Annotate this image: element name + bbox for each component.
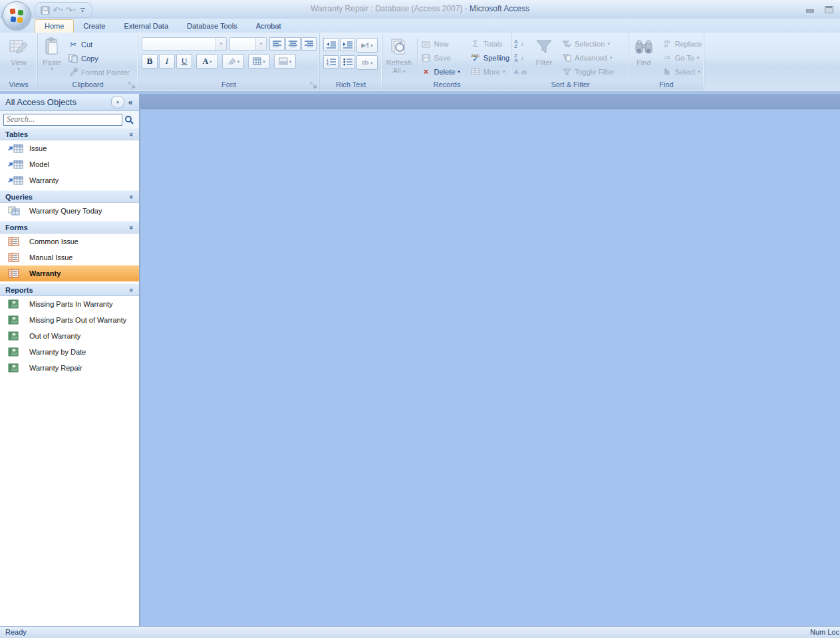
- selection-button[interactable]: Selection ▾: [559, 37, 617, 51]
- tab-database-tools[interactable]: Database Tools: [178, 19, 247, 33]
- clear-sorts-button[interactable]: A: [514, 65, 529, 79]
- sort-descending-button[interactable]: ZA↓: [514, 51, 529, 65]
- font-size-combobox[interactable]: ▾: [229, 37, 267, 51]
- totals-button[interactable]: Σ Totals: [468, 37, 511, 51]
- nav-item-out-of-warranty[interactable]: Out of Warranty: [0, 328, 139, 344]
- redo-button[interactable]: ↷▾: [65, 4, 76, 17]
- alternate-fill-button[interactable]: ▾: [274, 54, 296, 69]
- ribbon-group-views: View ▾ Views: [0, 33, 38, 90]
- more-button[interactable]: More ▾: [468, 65, 511, 79]
- nav-menu-caret-icon: ▾: [116, 100, 119, 105]
- report-icon: [8, 331, 24, 341]
- nav-group-header-tables[interactable]: Tables »: [0, 128, 139, 140]
- customize-qat-button[interactable]: ▾: [77, 4, 88, 17]
- tab-home[interactable]: Home: [35, 19, 74, 33]
- format-painter-button[interactable]: Format Painter: [66, 65, 132, 79]
- ribbon-group-sort-filter: AZ↓ ZA↓ A Filter Selection ▾: [512, 33, 629, 90]
- nav-item-manual-issue[interactable]: Manual Issue: [0, 249, 139, 265]
- workspace-top-band: [140, 94, 840, 110]
- numbered-list-button[interactable]: 123: [323, 55, 339, 69]
- nav-pane-header[interactable]: All Access Objects ▾ «: [0, 94, 139, 111]
- text-highlight-button[interactable]: abₗ▾: [356, 55, 378, 70]
- tab-create[interactable]: Create: [74, 19, 114, 33]
- sort-ascending-icon: AZ: [514, 39, 518, 49]
- shutter-bar-button[interactable]: «: [124, 96, 136, 108]
- report-icon: [8, 315, 24, 325]
- nav-item-common-issue[interactable]: Common Issue: [0, 234, 139, 249]
- nav-item-warranty-table[interactable]: Warranty: [0, 172, 139, 188]
- report-icon: [8, 299, 24, 309]
- replace-button[interactable]: ab⇄ Replace: [660, 37, 704, 51]
- nav-group-header-forms[interactable]: Forms »: [0, 221, 139, 234]
- decrease-indent-button[interactable]: [323, 38, 339, 51]
- font-color-icon: A: [202, 57, 208, 67]
- bold-button[interactable]: B: [142, 54, 158, 69]
- nav-item-model[interactable]: Model: [0, 156, 139, 172]
- save-record-icon: [421, 53, 432, 63]
- nav-item-warranty-query-today[interactable]: Warranty Query Today: [0, 203, 139, 219]
- form-icon: [8, 269, 24, 278]
- save-button[interactable]: [39, 4, 51, 17]
- totals-icon: Σ: [470, 39, 481, 49]
- quick-access-toolbar: ↶▾ ↷▾ ▾: [35, 2, 92, 18]
- clipboard-dialog-launcher-icon[interactable]: [128, 82, 136, 89]
- search-input[interactable]: [3, 114, 122, 126]
- tab-acrobat[interactable]: Acrobat: [247, 19, 291, 33]
- toggle-filter-button[interactable]: Toggle Filter: [559, 65, 617, 79]
- status-ready: Ready: [5, 627, 27, 638]
- group-label-records: Records: [382, 80, 511, 90]
- more-caret-icon: ▾: [503, 69, 505, 74]
- italic-button[interactable]: I: [159, 54, 175, 69]
- undo-button[interactable]: ↶▾: [52, 4, 64, 17]
- filter-button[interactable]: Filter: [529, 36, 559, 81]
- paste-icon: [44, 36, 60, 59]
- clear-sorts-icon: A: [514, 69, 519, 75]
- delete-record-button[interactable]: × Delete ▾: [419, 65, 468, 79]
- delete-icon: ×: [421, 67, 432, 77]
- font-color-button[interactable]: A▾: [196, 54, 218, 69]
- align-left-button[interactable]: [269, 37, 285, 51]
- nav-item-missing-parts-in-warranty[interactable]: Missing Parts In Warranty: [0, 296, 139, 312]
- increase-indent-button[interactable]: [340, 38, 355, 51]
- search-icon[interactable]: [122, 115, 136, 124]
- nav-group-header-reports[interactable]: Reports »: [0, 283, 139, 296]
- refresh-all-button[interactable]: Refresh All ▾: [382, 36, 416, 81]
- select-button[interactable]: Select ▾: [660, 65, 704, 79]
- group-label-rich-text: Rich Text: [320, 80, 382, 90]
- goto-button[interactable]: ⇒ Go To ▾: [660, 51, 704, 65]
- paste-button[interactable]: Paste ▾: [38, 36, 66, 79]
- table-icon: [8, 160, 24, 169]
- sort-ascending-button[interactable]: AZ↓: [514, 37, 529, 51]
- cut-button[interactable]: ✂ Cut: [66, 37, 132, 51]
- find-button[interactable]: Find: [630, 36, 657, 81]
- nav-item-missing-parts-out-of-warranty[interactable]: Missing Parts Out of Warranty: [0, 312, 139, 328]
- fill-color-button[interactable]: ▾: [222, 54, 244, 69]
- ribbon-group-rich-text: ▶¶▾ 123 abₗ▾ Rich Text: [320, 33, 382, 90]
- view-button[interactable]: View ▾: [2, 36, 35, 71]
- bullet-list-button[interactable]: [340, 55, 355, 69]
- left-to-right-button[interactable]: ▶¶▾: [356, 38, 378, 53]
- copy-button[interactable]: Copy: [66, 51, 132, 65]
- align-center-button[interactable]: [285, 37, 301, 51]
- nav-item-warranty-repair[interactable]: Warranty Repair: [0, 360, 139, 376]
- group-label-clipboard: Clipboard: [38, 80, 138, 90]
- spelling-button[interactable]: ABC✓ Spelling: [468, 51, 511, 65]
- align-right-button[interactable]: [301, 37, 317, 51]
- nav-menu-button[interactable]: ▾: [111, 96, 124, 108]
- restore-button[interactable]: [825, 4, 833, 13]
- tab-external-data[interactable]: External Data: [114, 19, 178, 33]
- qat-caret-icon: ▾: [81, 9, 84, 13]
- office-button[interactable]: [3, 1, 31, 29]
- new-record-button[interactable]: New: [419, 37, 468, 51]
- advanced-button[interactable]: Advanced ▾: [559, 51, 617, 65]
- minimize-button[interactable]: [806, 4, 814, 13]
- gridlines-button[interactable]: ▾: [248, 54, 270, 69]
- underline-button[interactable]: U: [176, 54, 192, 69]
- nav-group-header-queries[interactable]: Queries »: [0, 190, 139, 203]
- font-name-combobox[interactable]: ▾: [142, 37, 227, 51]
- font-dialog-launcher-icon[interactable]: [310, 82, 317, 89]
- nav-item-warranty-by-date[interactable]: Warranty by Date: [0, 344, 139, 360]
- save-record-button[interactable]: Save: [419, 51, 468, 65]
- nav-item-issue[interactable]: Issue: [0, 140, 139, 156]
- nav-item-warranty-form[interactable]: Warranty: [0, 265, 139, 281]
